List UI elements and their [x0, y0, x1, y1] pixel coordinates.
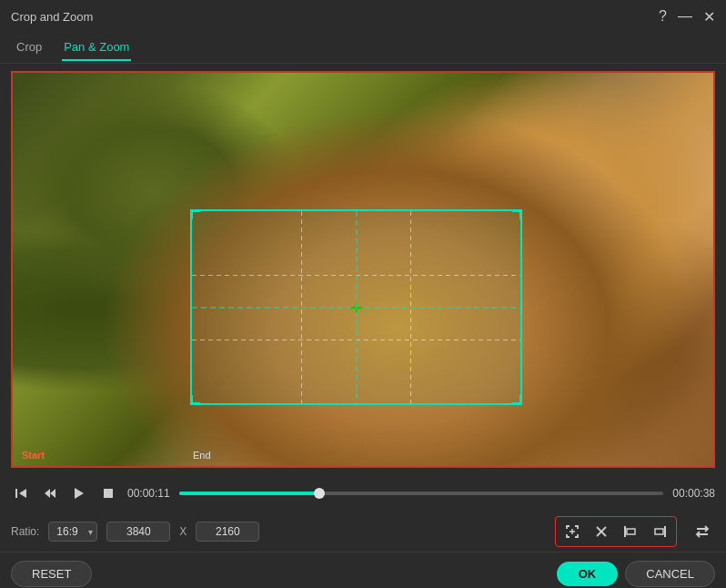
label-end: End — [193, 450, 211, 461]
close-icon[interactable]: ✕ — [703, 8, 715, 25]
current-time: 00:00:11 — [127, 487, 170, 500]
window-title: Crop and Zoom — [11, 10, 93, 24]
svg-marker-4 — [75, 488, 84, 499]
help-icon[interactable]: ? — [659, 8, 667, 25]
progress-thumb[interactable] — [314, 488, 325, 499]
svg-marker-2 — [45, 489, 50, 498]
frame-back-button[interactable] — [40, 483, 60, 503]
step-back-icon — [14, 486, 28, 501]
swap-icon — [694, 523, 711, 540]
crop-clear-icon — [594, 524, 609, 539]
tab-pan-zoom[interactable]: Pan & Zoom — [62, 35, 131, 61]
tab-crop[interactable]: Crop — [15, 35, 44, 61]
handle-bottom-left[interactable] — [191, 395, 200, 404]
title-bar-controls: ? — ✕ — [659, 8, 715, 25]
crop-hline-1 — [192, 275, 520, 276]
svg-marker-3 — [50, 489, 55, 498]
ratio-select[interactable]: 16:9 4:3 1:1 9:16 — [48, 522, 97, 542]
width-input[interactable] — [106, 522, 170, 542]
stop-icon — [101, 486, 116, 501]
minimize-icon[interactable]: — — [678, 8, 692, 25]
playback-bar: 00:00:11 00:00:38 — [0, 475, 726, 512]
reset-button[interactable]: RESET — [11, 561, 92, 587]
crop-vline-2 — [410, 211, 411, 403]
title-bar: Crop and Zoom ? — ✕ — [0, 0, 726, 33]
handle-bottom-right[interactable] — [512, 395, 521, 404]
handle-top-right[interactable] — [512, 210, 521, 219]
crop-vline-1 — [301, 211, 302, 403]
total-time: 00:00:38 — [672, 487, 715, 500]
crop-center-icon: ✛ — [350, 299, 362, 316]
height-input[interactable] — [196, 522, 259, 542]
step-back-button[interactable] — [11, 483, 31, 503]
ok-button[interactable]: OK — [557, 562, 619, 586]
crop-clear-button[interactable] — [589, 519, 614, 544]
svg-rect-0 — [15, 489, 17, 498]
ratio-wrapper: 16:9 4:3 1:1 9:16 — [48, 522, 97, 542]
svg-marker-1 — [19, 489, 26, 498]
action-bar: RESET OK CANCEL — [0, 552, 726, 588]
handle-top-left[interactable] — [191, 210, 200, 219]
svg-rect-11 — [627, 529, 635, 534]
align-right-icon — [652, 524, 667, 539]
crop-icon-group — [555, 516, 677, 547]
play-button[interactable] — [69, 483, 89, 503]
progress-fill — [179, 492, 319, 495]
swap-button[interactable] — [690, 519, 715, 544]
svg-rect-5 — [104, 489, 113, 498]
tabs-bar: Crop Pan & Zoom — [0, 33, 726, 64]
crop-fit-button[interactable] — [560, 519, 585, 544]
align-left-button[interactable] — [618, 519, 643, 544]
svg-rect-13 — [655, 529, 663, 534]
align-right-button[interactable] — [647, 519, 672, 544]
crop-fit-icon — [565, 524, 580, 539]
progress-track[interactable] — [179, 492, 664, 495]
options-bar: Ratio: 16:9 4:3 1:1 9:16 X — [0, 512, 726, 552]
cancel-button[interactable]: CANCEL — [625, 561, 715, 587]
frame-back-icon — [43, 486, 57, 501]
align-left-icon — [623, 524, 638, 539]
title-bar-left: Crop and Zoom — [11, 10, 93, 24]
stop-button[interactable] — [98, 483, 118, 503]
crop-selection-box[interactable]: ✛ — [190, 209, 522, 405]
dimension-separator: X — [179, 525, 187, 538]
label-start: Start — [22, 450, 45, 461]
crop-hline-2 — [192, 340, 520, 340]
video-preview: ✛ Start End — [11, 71, 715, 468]
ratio-label: Ratio: — [11, 525, 39, 538]
play-icon — [72, 486, 86, 501]
